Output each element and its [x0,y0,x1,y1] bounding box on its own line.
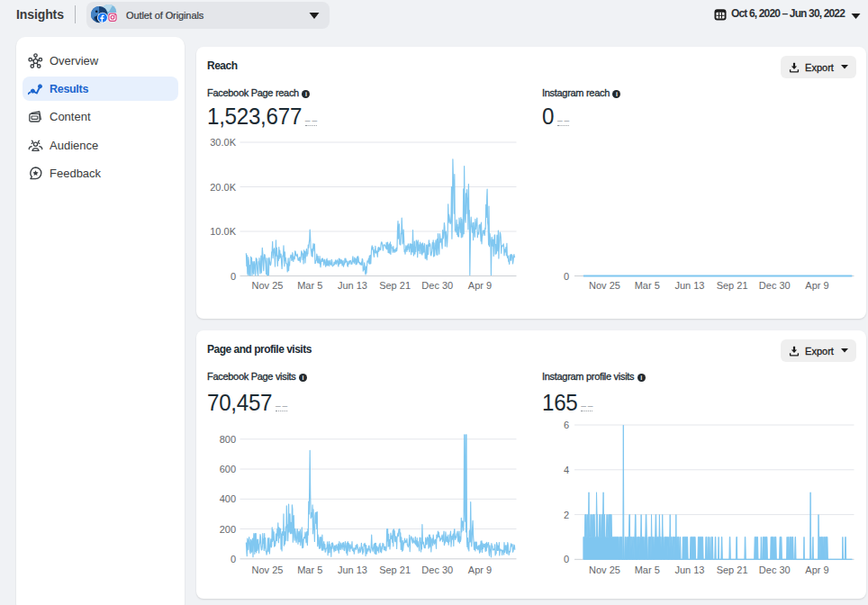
svg-text:Dec 30: Dec 30 [759,280,791,291]
svg-text:0: 0 [231,271,236,282]
svg-text:Apr 9: Apr 9 [468,280,492,291]
svg-text:Dec 30: Dec 30 [421,280,453,291]
svg-text:2: 2 [564,510,569,520]
svg-text:Mar 5: Mar 5 [297,564,322,575]
svg-text:20.0K: 20.0K [210,182,236,193]
svg-text:Mar 5: Mar 5 [635,564,660,575]
svg-text:Sep 21: Sep 21 [379,564,411,575]
svg-text:Jun 13: Jun 13 [674,280,704,291]
svg-text:Nov 25: Nov 25 [252,280,284,291]
svg-text:Apr 9: Apr 9 [468,564,492,575]
svg-text:Jun 13: Jun 13 [338,280,367,291]
svg-text:Mar 5: Mar 5 [635,280,660,291]
svg-text:800: 800 [220,434,236,445]
svg-text:6: 6 [564,420,569,430]
svg-text:10.0K: 10.0K [210,226,236,237]
svg-text:30.0K: 30.0K [210,137,236,148]
svg-text:Sep 21: Sep 21 [717,280,748,291]
svg-text:Apr 9: Apr 9 [805,280,828,291]
svg-text:Mar 5: Mar 5 [297,280,322,291]
svg-text:Nov 25: Nov 25 [252,564,284,575]
svg-text:Nov 25: Nov 25 [589,280,620,291]
svg-text:200: 200 [220,524,236,535]
svg-text:Sep 21: Sep 21 [379,280,411,291]
svg-text:0: 0 [564,271,569,282]
svg-text:0: 0 [564,554,569,564]
svg-text:Dec 30: Dec 30 [421,564,453,575]
svg-text:Nov 25: Nov 25 [589,564,620,575]
svg-text:Sep 21: Sep 21 [717,564,748,575]
svg-text:4: 4 [564,465,569,475]
svg-text:400: 400 [220,493,236,504]
svg-text:Dec 30: Dec 30 [759,564,791,575]
svg-text:Apr 9: Apr 9 [805,564,828,575]
svg-text:Jun 13: Jun 13 [674,564,704,575]
svg-text:0: 0 [231,554,236,564]
svg-text:600: 600 [220,464,236,474]
svg-text:Jun 13: Jun 13 [338,564,367,575]
